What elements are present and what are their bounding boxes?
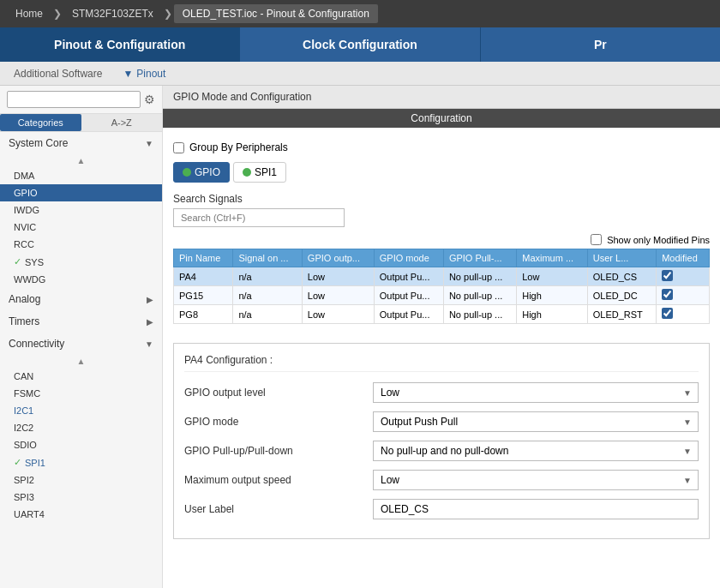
check-icon-sys: ✓: [14, 256, 21, 267]
section-connectivity[interactable]: Connectivity ▼: [0, 333, 162, 355]
section-connectivity-label: Connectivity: [9, 338, 64, 350]
categories-tab[interactable]: Categories: [0, 114, 81, 131]
user-label-field-label: User Label: [184, 503, 373, 515]
scroll-up-icon[interactable]: ▲: [77, 156, 86, 165]
az-tab[interactable]: A->Z: [81, 114, 163, 131]
group-by-label: Group By Peripherals: [189, 141, 288, 153]
gpio-pull-select[interactable]: No pull-up and no pull-down Pull-up Pull…: [373, 441, 699, 461]
col-pin-name[interactable]: Pin Name: [174, 249, 233, 267]
section-analog[interactable]: Analog ▶: [0, 288, 162, 310]
sidebar-item-gpio[interactable]: GPIO: [0, 184, 162, 201]
gpio-max-speed-label: Maximum output speed: [184, 474, 373, 486]
sidebar-item-nvic[interactable]: NVIC: [0, 219, 162, 236]
sidebar-item-can[interactable]: CAN: [0, 368, 162, 385]
sub-tabs: Additional Software ▼ Pinout: [0, 62, 720, 86]
table-row[interactable]: PA4 n/a Low Output Pu... No pull-up ... …: [174, 267, 710, 286]
sidebar-item-i2c2[interactable]: I2C2: [0, 419, 162, 436]
breadcrumb-sep-1: ❯: [53, 8, 62, 20]
scroll-up-conn-icon[interactable]: ▲: [77, 357, 86, 366]
modified-check-pg15[interactable]: [662, 289, 673, 300]
dropdown-arrow-icon: ▼: [123, 68, 133, 80]
tab-pinout[interactable]: Pinout & Configuration: [0, 27, 240, 62]
config-bar: Configuration: [163, 109, 720, 128]
col-max[interactable]: Maximum ...: [517, 249, 588, 267]
sub-tab-pinout[interactable]: ▼ Pinout: [123, 68, 165, 80]
sidebar-item-uart4[interactable]: UART4: [0, 506, 162, 523]
sidebar-item-rcc[interactable]: RCC: [0, 236, 162, 253]
col-signal[interactable]: Signal on ...: [233, 249, 302, 267]
check-icon-spi1: ✓: [14, 457, 21, 468]
col-pull[interactable]: GPIO Pull-...: [443, 249, 516, 267]
show-modified-checkbox[interactable]: [591, 234, 602, 245]
sidebar-item-sys[interactable]: ✓ SYS: [0, 253, 162, 271]
tab-clock[interactable]: Clock Configuration: [240, 27, 480, 62]
sidebar-item-fsmc[interactable]: FSMC: [0, 385, 162, 402]
gpio-output-level-label: GPIO output level: [184, 387, 373, 399]
section-analog-arrow: ▶: [147, 295, 153, 304]
modified-check-pg8[interactable]: [662, 308, 673, 319]
table-row[interactable]: PG15 n/a Low Output Pu... No pull-up ...…: [174, 286, 710, 305]
sidebar-item-spi1[interactable]: ✓ SPI1: [0, 453, 162, 471]
gear-icon[interactable]: ⚙: [144, 93, 155, 106]
gpio-mode-label: GPIO mode: [184, 416, 373, 428]
breadcrumb-file[interactable]: OLED_TEST.ioc - Pinout & Configuration: [174, 4, 378, 23]
tab-project[interactable]: Pr: [481, 27, 720, 62]
pa4-config-section: PA4 Configuration : GPIO output level Lo…: [173, 343, 710, 539]
search-input[interactable]: [7, 91, 141, 108]
content-header: GPIO Mode and Configuration: [163, 86, 720, 109]
gpio-tab-dot: [183, 168, 191, 177]
breadcrumb: Home ❯ STM32F103ZETx ❯ OLED_TEST.ioc - P…: [0, 0, 720, 27]
col-mode[interactable]: GPIO mode: [374, 249, 443, 267]
section-timers[interactable]: Timers ▶: [0, 310, 162, 333]
gpio-table: Pin Name Signal on ... GPIO outp... GPIO…: [173, 249, 710, 324]
search-signals-input[interactable]: [173, 208, 345, 227]
col-output[interactable]: GPIO outp...: [302, 249, 374, 267]
section-system-core-label: System Core: [9, 137, 68, 149]
breadcrumb-sep-2: ❯: [164, 8, 172, 20]
sidebar-item-iwdg[interactable]: IWDG: [0, 201, 162, 219]
pa4-config-title: PA4 Configuration :: [184, 354, 699, 372]
breadcrumb-mcu[interactable]: STM32F103ZETx: [63, 4, 162, 23]
section-system-core-arrow: ▼: [145, 139, 153, 148]
spi1-tab-dot: [243, 168, 251, 177]
content-area: GPIO Mode and Configuration Configuratio…: [163, 86, 720, 588]
modified-check-pa4[interactable]: [662, 270, 673, 281]
col-modified[interactable]: Modified: [657, 249, 710, 267]
sidebar: ⚙ Categories A->Z System Core ▼ ▲ DMA GP…: [0, 86, 163, 588]
col-user[interactable]: User L...: [587, 249, 656, 267]
signal-tab-gpio[interactable]: GPIO: [173, 162, 230, 183]
table-row[interactable]: PG8 n/a Low Output Pu... No pull-up ... …: [174, 305, 710, 324]
group-by-checkbox[interactable]: [173, 142, 184, 153]
top-tabs: Pinout & Configuration Clock Configurati…: [0, 27, 720, 62]
section-analog-label: Analog: [9, 293, 40, 305]
sidebar-item-sdio[interactable]: SDIO: [0, 436, 162, 453]
signal-tab-spi1[interactable]: SPI1: [233, 162, 286, 183]
search-signals-label: Search Signals: [173, 193, 710, 205]
gpio-mode-select[interactable]: Output Push Pull Output Open Drain: [373, 411, 699, 432]
breadcrumb-home[interactable]: Home: [7, 4, 51, 23]
section-timers-arrow: ▶: [147, 317, 153, 327]
section-timers-label: Timers: [9, 315, 39, 327]
gpio-output-level-select[interactable]: Low High: [373, 382, 699, 403]
sidebar-item-wwdg[interactable]: WWDG: [0, 271, 162, 288]
sidebar-item-spi3[interactable]: SPI3: [0, 489, 162, 506]
gpio-max-speed-select[interactable]: Low Medium High: [373, 470, 699, 490]
section-connectivity-arrow: ▼: [145, 339, 153, 349]
gpio-pull-label: GPIO Pull-up/Pull-down: [184, 445, 373, 457]
sidebar-item-spi2[interactable]: SPI2: [0, 471, 162, 489]
sidebar-item-dma[interactable]: DMA: [0, 167, 162, 184]
user-label-input[interactable]: [373, 499, 699, 519]
sidebar-item-i2c1[interactable]: I2C1: [0, 402, 162, 419]
show-modified-label: Show only Modified Pins: [607, 235, 710, 245]
sub-tab-additional[interactable]: Additional Software: [7, 64, 109, 83]
section-system-core[interactable]: System Core ▼: [0, 132, 162, 154]
